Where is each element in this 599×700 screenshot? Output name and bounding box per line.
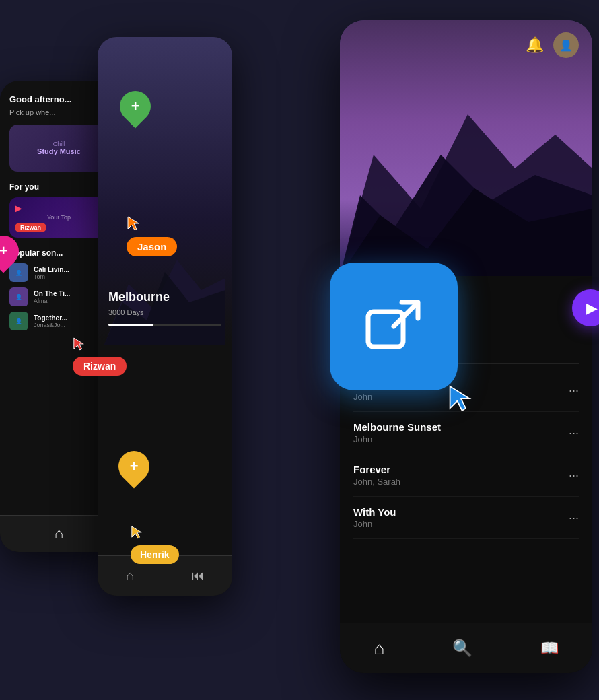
song-title: Cali Livin... (34, 266, 69, 273)
song-avatar: 👤 (9, 312, 28, 330)
card1-study-music-label: Study Music (37, 147, 81, 155)
svg-marker-11 (450, 386, 470, 411)
notification-bell-icon[interactable]: 🔔 (526, 36, 544, 54)
table-row[interactable]: With You John ··· (353, 497, 579, 539)
song-title: With You (353, 506, 396, 518)
cursor-rizwan-label: Rizwan (73, 357, 127, 376)
song-avatar: 👤 (9, 287, 28, 306)
pin-green[interactable]: + (120, 91, 151, 122)
scene: Good afterno... Pick up whe... Chill Stu… (0, 0, 599, 700)
card1-foryou-card[interactable]: Your Top ▶ Rizwan (9, 197, 108, 238)
song-more-icon[interactable]: ··· (569, 384, 579, 398)
table-row[interactable]: Melbourne Sunset John ··· (353, 412, 579, 454)
home-icon[interactable]: ⌂ (55, 525, 63, 542)
song-more-icon[interactable]: ··· (569, 511, 579, 525)
search-nav-icon[interactable]: 🔍 (452, 639, 472, 658)
song-info: Cali Livin... Tom (34, 266, 69, 280)
cursor-jason-label: Jason (127, 237, 177, 256)
pin-body-green: + (113, 84, 157, 128)
card1-foryou-play-icon: ▶ (15, 203, 22, 213)
song-artist: Alma (34, 298, 70, 304)
plus-icon: + (131, 98, 140, 115)
song-title: Together... (34, 314, 67, 322)
song-more-icon[interactable]: ··· (569, 468, 579, 483)
card1-pickup: Pick up whe... (9, 108, 108, 116)
song-info: With You John (353, 506, 396, 529)
svg-marker-8 (132, 526, 141, 538)
card2-album-art: Melbourne 3000 Days (98, 37, 232, 345)
svg-marker-6 (128, 217, 139, 230)
card1-foryou-title: For you (9, 182, 108, 192)
card1-rizwan-label: Rizwan (15, 223, 46, 232)
cursor-arrow-icon (127, 215, 140, 232)
song-title: Melbourne Sunset (353, 421, 441, 433)
cursor-henrik-label: Henrik (131, 545, 179, 564)
external-link-icon (360, 293, 427, 360)
song-title: On The Ti... (34, 290, 70, 298)
list-item[interactable]: 👤 On The Ti... Alma (9, 287, 108, 306)
svg-marker-7 (74, 338, 83, 350)
song-artist: Tom (34, 273, 69, 280)
library-nav-icon[interactable]: 📖 (540, 639, 559, 657)
pin-pink[interactable]: + (0, 236, 19, 267)
song-artist: John (353, 519, 396, 529)
cursor-rizwan: Rizwan (73, 337, 127, 376)
song-info: Forever John, Sarah (353, 464, 400, 487)
cursor-arrow-icon (73, 337, 85, 351)
song-info: On The Ti... Alma (34, 290, 70, 304)
song-artist: John (353, 392, 402, 402)
external-link-overlay-button[interactable] (330, 262, 458, 390)
song-info: Together... Jonas&Jo... (34, 314, 67, 328)
card3-album-art: 3 0 0 0 D A Y S (340, 20, 592, 276)
home-nav-icon[interactable]: ⌂ (374, 638, 384, 659)
card1-greeting: Good afterno... (9, 94, 108, 104)
list-item[interactable]: 👤 Together... Jonas&Jo... (9, 312, 108, 330)
card2-player: Melbourne 3000 Days ⌂ ⏮ (98, 37, 232, 596)
song-info: Melbourne Sunset John (353, 421, 441, 444)
card1-foryou-label: Your Top (47, 214, 71, 221)
avatar[interactable]: 👤 (553, 32, 579, 58)
card2-song-title: Melbourne (108, 290, 170, 304)
skip-back-icon[interactable]: ⏮ (192, 569, 204, 583)
song-more-icon[interactable]: ··· (569, 426, 579, 440)
card1-popular-title: Popular son... (9, 248, 108, 258)
pin-yellow[interactable]: + (118, 451, 149, 482)
plus-icon: + (130, 458, 139, 475)
cursor-blue-arrow-icon (448, 384, 472, 413)
home-icon[interactable]: ⌂ (126, 568, 134, 584)
cursor-henrik: Henrik (131, 525, 179, 564)
list-item[interactable]: 👤 Cali Livin... Tom (9, 263, 108, 282)
song-artist: Jonas&Jo... (34, 322, 67, 328)
svg-rect-9 (368, 312, 403, 347)
plus-icon: + (0, 242, 7, 260)
song-artist: John (353, 434, 441, 444)
song-title: Forever (353, 464, 400, 475)
play-icon: ▶ (586, 300, 598, 317)
table-row[interactable]: Forever John, Sarah ··· (353, 454, 579, 497)
cursor-jason: Jason (127, 215, 177, 256)
cursor-blue-big (448, 384, 472, 416)
pin-body-yellow: + (112, 444, 155, 488)
cursor-arrow-icon (131, 525, 143, 540)
card3-header: 🔔 👤 (526, 32, 579, 58)
song-artist: John, Sarah (353, 477, 400, 487)
card3-bottom-nav: ⌂ 🔍 📖 (340, 623, 592, 673)
card1-playlist-card[interactable]: Chill Study Music (9, 125, 108, 172)
card2-song-subtitle: 3000 Days (108, 308, 144, 316)
